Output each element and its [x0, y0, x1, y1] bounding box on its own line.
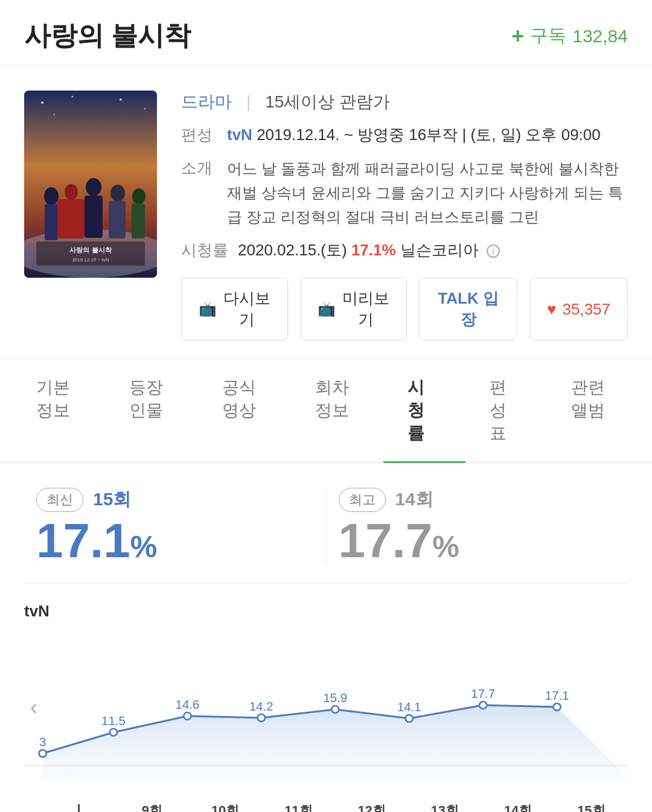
- network-chart-label: tvN: [24, 602, 628, 621]
- best-episode: 14회: [395, 487, 433, 512]
- x-item-4: 12회 02.02.: [335, 802, 408, 812]
- best-percent: %: [432, 530, 459, 564]
- svg-point-2: [41, 101, 43, 104]
- talk-button[interactable]: TALK 입장: [419, 278, 517, 340]
- x-item-5: 13회 02.08.: [408, 802, 481, 812]
- chart-label-1: 3: [39, 735, 46, 749]
- best-value: 17.7: [339, 514, 433, 567]
- x-axis: | 2. 9회 01.18. 10회 01.19. 11회 02.01. 12회…: [24, 802, 628, 812]
- chart-label-2: 11.5: [101, 714, 126, 727]
- synopsis-row: 소개 어느 날 돌풍과 함께 패러글라이딩 사고로 북한에 불시착한 재벌 상속…: [181, 156, 628, 229]
- latest-value: 17.1: [36, 514, 130, 567]
- schedule-value: tvN 2019.12.14. ~ 방영중 16부작 | (토, 일) 오후 0…: [227, 123, 601, 147]
- divider: |: [462, 126, 471, 144]
- genre-row: 드라마 | 15세이상 관람가: [181, 91, 628, 113]
- svg-point-15: [132, 188, 145, 204]
- x-item-3: 11회 02.01.: [262, 802, 335, 812]
- subscriber-count: 132,84: [572, 26, 628, 46]
- svg-text:2019.12.15 ~ tvN: 2019.12.15 ~ tvN: [72, 257, 109, 263]
- svg-point-4: [120, 98, 122, 101]
- schedule-row: 편성 tvN 2019.12.14. ~ 방영중 16부작 | (토, 일) 오…: [181, 123, 628, 147]
- chart-svg: 3 11.5 14.6 14.2 15.9 14.1 17.7 17.1: [24, 645, 628, 778]
- page-title: 사랑의 불시착: [24, 18, 191, 54]
- latest-badge: 최신: [36, 488, 83, 512]
- latest-episode: 15회: [93, 487, 131, 512]
- tab-albums[interactable]: 관련앨범: [547, 359, 640, 462]
- rewatch-button[interactable]: 📺 다시보기: [181, 278, 288, 340]
- svg-point-9: [65, 184, 78, 200]
- svg-rect-10: [57, 199, 85, 238]
- viewership-source: 닐슨코리아: [400, 241, 479, 259]
- tab-official-video[interactable]: 공식영상: [198, 359, 291, 462]
- svg-text:사랑의 불시착: 사랑의 불시착: [69, 246, 112, 254]
- tab-basic-info[interactable]: 기본정보: [12, 359, 105, 462]
- tab-viewership[interactable]: 시청률: [383, 359, 465, 462]
- chart-wrapper: ‹ 3 11.5 14.6: [24, 645, 628, 802]
- drama-details: 드라마 | 15세이상 관람가 편성 tvN 2019.12.14. ~ 방영중…: [181, 91, 628, 340]
- x-item-2: 10회 01.19.: [189, 802, 262, 812]
- x-ep-1: 9회: [115, 802, 188, 812]
- synopsis-text: 어느 날 돌풍과 함께 패러글라이딩 사고로 북한에 불시착한 재벌 상속녀 윤…: [227, 156, 628, 229]
- chart-label-8: 17.1: [545, 689, 569, 702]
- airtime: (토, 일) 오후 09:00: [470, 126, 600, 144]
- like-button[interactable]: ♥ 35,357: [529, 278, 628, 340]
- svg-rect-8: [45, 204, 58, 240]
- chart-prev-button[interactable]: ‹: [24, 695, 43, 720]
- rewatch-icon: 📺: [199, 301, 217, 318]
- svg-point-13: [110, 185, 125, 202]
- viewership-rate: 17.1%: [351, 241, 396, 259]
- action-buttons: 📺 다시보기 📺 미리보기 TALK 입장 ♥ 35,357: [181, 278, 628, 340]
- x-item-6: 14회 02.09.: [482, 802, 555, 812]
- chart-point-6: [406, 715, 413, 722]
- latest-header: 최신 15회: [36, 487, 131, 512]
- x-ep-6: 14회: [482, 802, 555, 812]
- like-count: 35,357: [562, 300, 610, 319]
- tab-episodes[interactable]: 회차정보: [291, 359, 384, 462]
- age-rating: 15세이상 관람가: [265, 91, 390, 113]
- tab-bar: 기본정보 등장인물 공식영상 회차정보 시청률 편성표 관련앨범: [0, 359, 652, 463]
- x-item-0: | 2.: [42, 802, 115, 812]
- latest-rating-block: 최신 15회 17.1%: [24, 487, 327, 565]
- chart-point-2: [110, 729, 117, 736]
- drama-info-section: 사랑의 불시착 2019.12.15 ~ tvN 드라마 | 15세이상 관람가…: [0, 66, 652, 359]
- svg-rect-14: [109, 201, 126, 238]
- chart-point-4: [258, 714, 265, 721]
- preview-button[interactable]: 📺 미리보기: [300, 278, 407, 340]
- genre-divider: |: [246, 92, 251, 112]
- network-name: tvN: [227, 126, 252, 144]
- viewership-label: 시청률: [181, 238, 228, 262]
- chart-label-6: 14.1: [397, 700, 421, 714]
- best-rating-value: 17.7%: [339, 517, 459, 565]
- rewatch-label: 다시보기: [223, 288, 270, 330]
- chart-point-5: [331, 706, 339, 713]
- svg-point-6: [54, 114, 55, 115]
- schedule-label: 편성: [181, 123, 217, 147]
- preview-label: 미리보기: [342, 288, 389, 330]
- latest-rating-value: 17.1%: [36, 517, 157, 565]
- svg-point-5: [144, 108, 146, 110]
- viewership-date: 2020.02.15.(토): [238, 241, 351, 259]
- x-ep-0: |: [42, 802, 115, 812]
- chart-area: [43, 705, 628, 778]
- best-rating-block: 최고 14회 17.7%: [327, 487, 628, 565]
- viewership-value: 2020.02.15.(토) 17.1% 닐슨코리아 i: [238, 238, 500, 262]
- tab-schedule[interactable]: 편성표: [465, 359, 547, 462]
- x-ep-7: 15회: [555, 802, 628, 812]
- chart-label-3: 14.6: [176, 698, 200, 711]
- info-icon[interactable]: i: [487, 245, 500, 258]
- plus-icon: +: [511, 24, 524, 49]
- chart-point-7: [479, 702, 487, 709]
- subscribe-label[interactable]: 구독: [530, 24, 566, 48]
- preview-icon: 📺: [318, 301, 336, 318]
- x-spacer: [24, 802, 42, 812]
- best-header: 최고 14회: [339, 487, 433, 512]
- ratings-row: 최신 15회 17.1% 최고 14회 17.7%: [24, 487, 628, 584]
- x-ep-3: 11회: [262, 802, 335, 812]
- subscribe-area: + 구독 132,84: [511, 24, 628, 49]
- synopsis-label: 소개: [181, 156, 217, 180]
- chart-label-5: 15.9: [323, 691, 347, 705]
- genre-label: 드라마: [181, 91, 232, 113]
- chart-section: ‹ 3 11.5 14.6: [0, 645, 652, 812]
- tab-characters[interactable]: 등장인물: [105, 359, 198, 462]
- x-item-1: 9회 01.18.: [115, 802, 188, 812]
